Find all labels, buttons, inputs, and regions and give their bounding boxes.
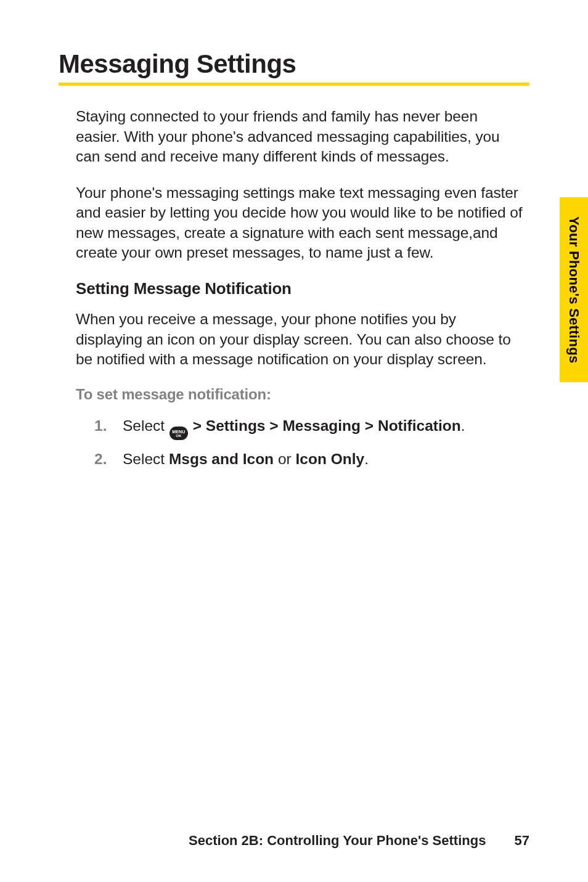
menu-ok-icon: MENUOK (169, 427, 188, 440)
side-tab-label: Your Phone's Settings (566, 216, 582, 363)
title-rule (59, 83, 529, 86)
step-2: 2. Select Msgs and Icon or Icon Only. (94, 449, 523, 469)
subheading: Setting Message Notification (76, 279, 523, 298)
step-2-end: . (364, 451, 369, 467)
intro-para-1: Staying connected to your friends and fa… (76, 107, 523, 167)
side-tab: Your Phone's Settings (560, 197, 588, 382)
step-1-pre: Select (123, 417, 169, 434)
step-number: 2. (94, 449, 123, 469)
steps-list: 1. Select MENUOK > Settings > Messaging … (76, 415, 523, 470)
step-1: 1. Select MENUOK > Settings > Messaging … (94, 415, 523, 441)
page-title: Messaging Settings (59, 49, 529, 79)
step-1-path: > Settings > Messaging > Notification (189, 417, 461, 434)
step-number: 1. (94, 415, 123, 436)
step-2-mid: or (274, 451, 295, 467)
notification-para: When you receive a message, your phone n… (76, 309, 523, 370)
content-body: Staying connected to your friends and fa… (59, 107, 529, 469)
page: Your Phone's Settings Messaging Settings… (0, 0, 588, 882)
footer: Section 2B: Controlling Your Phone's Set… (0, 833, 588, 849)
step-2-opt1: Msgs and Icon (169, 451, 274, 467)
step-2-text: Select Msgs and Icon or Icon Only. (123, 449, 369, 469)
step-2-opt2: Icon Only (295, 451, 364, 467)
procedure-lead: To set message notification: (76, 386, 523, 403)
footer-section: Section 2B: Controlling Your Phone's Set… (189, 833, 486, 848)
step-1-text: Select MENUOK > Settings > Messaging > N… (123, 415, 465, 441)
intro-para-2: Your phone's messaging settings make tex… (76, 183, 523, 263)
step-1-end: . (461, 417, 465, 434)
menu-icon-bottom: OK (176, 434, 181, 438)
menu-icon-top: MENU (172, 430, 185, 434)
step-2-pre: Select (123, 451, 169, 467)
page-number: 57 (515, 833, 529, 849)
